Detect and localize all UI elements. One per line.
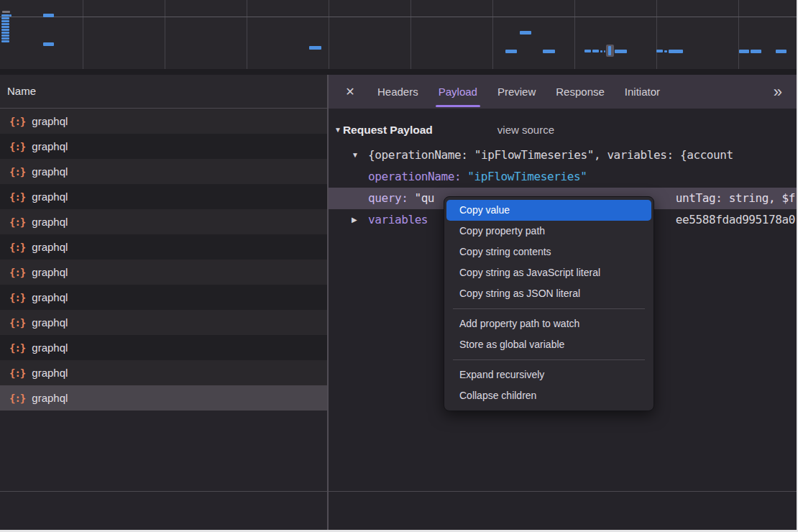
property-value-end: ee5588fdad995178a0 [676,209,795,231]
tabs: HeadersPayloadPreviewResponseInitiator [357,75,660,109]
section-collapse-icon[interactable]: ▼ [334,126,341,134]
request-name-label: graphql [32,140,68,152]
request-row[interactable]: {:}graphql [0,234,327,260]
json-request-icon: {:} [9,216,25,228]
waterfall-bar [9,14,12,17]
request-name-label: graphql [32,291,68,303]
expand-icon[interactable]: ▶ [352,209,357,231]
name-column-header[interactable]: Name [0,75,327,109]
waterfall-bar [520,31,531,35]
request-name-label: graphql [32,216,68,228]
menu-item-copy-string-contents[interactable]: Copy string contents [444,242,653,262]
request-row[interactable]: {:}graphql [0,109,327,134]
request-row[interactable]: {:}graphql [0,385,327,411]
waterfall-bar [43,14,54,17]
request-row[interactable]: {:}graphql [0,285,327,310]
tree-row-root[interactable]: ▼ {operationName: "ipFlowTimeseries", va… [329,145,798,166]
waterfall-bar [2,11,10,13]
overview-gridline [492,0,493,69]
waterfall-bar [1,35,9,37]
json-request-icon: {:} [9,191,25,203]
waterfall-bar [1,20,9,22]
menu-item-collapse-children[interactable]: Collapse children [444,385,653,406]
menu-item-copy-string-as-javascript-literal[interactable]: Copy string as JavaScript literal [444,262,653,283]
json-request-icon: {:} [9,116,25,127]
waterfall-bar [1,17,9,19]
request-row[interactable]: {:}graphql [0,360,327,385]
overview-gridline [411,0,411,69]
request-row[interactable]: {:}graphql [0,260,327,285]
menu-item-add-property-path-to-watch[interactable]: Add property path to watch [444,313,653,334]
property-key: variables [368,213,428,226]
request-list: {:}graphql{:}graphql{:}graphql{:}graphql… [0,109,327,411]
request-name-label: graphql [32,392,68,404]
waterfall-bar [776,50,786,53]
waterfall-bar [656,50,663,52]
overview-gridline [83,0,83,69]
collapse-icon[interactable]: ▼ [352,145,359,166]
request-name-label: graphql [32,367,68,379]
view-source-link[interactable]: view source [497,124,554,136]
menu-item-copy-value[interactable]: Copy value [446,200,651,221]
overview-gridline [738,0,739,69]
json-request-icon: {:} [9,292,25,303]
devtools-network-panel: Name {:}graphql{:}graphql{:}graphql{:}gr… [0,0,798,532]
json-request-icon: {:} [9,317,25,329]
tab-response[interactable]: Response [556,75,605,109]
request-row[interactable]: {:}graphql [0,209,327,234]
overview-row-divider [0,17,798,17]
tab-preview[interactable]: Preview [497,75,536,109]
overview-bottom-strip [0,69,798,75]
waterfall-bar [1,32,9,34]
waterfall-bar [1,23,9,25]
tab-headers[interactable]: Headers [377,75,418,109]
request-row[interactable]: {:}graphql [0,335,327,360]
waterfall-bar [739,50,749,53]
json-request-icon: {:} [9,342,25,354]
overview-gridline [165,0,165,69]
property-value-start: "qu [414,191,434,205]
tab-initiator[interactable]: Initiator [625,75,660,109]
menu-separator [453,308,645,309]
waterfall-bar [1,14,9,17]
waterfall-bar [669,50,683,53]
detail-footer-divider [329,491,798,492]
request-row[interactable]: {:}graphql [0,184,327,209]
menu-item-copy-string-as-json-literal[interactable]: Copy string as JSON literal [444,283,653,304]
menu-item-expand-recursively[interactable]: Expand recursively [444,364,653,385]
menu-item-copy-property-path[interactable]: Copy property path [444,221,653,242]
request-name-label: graphql [32,341,68,354]
overview-gridline [329,0,329,69]
request-row[interactable]: {:}graphql [0,159,327,184]
property-value-end: untTag: string, $f [676,188,795,209]
request-row[interactable]: {:}graphql [0,310,327,335]
request-list-panel: Name {:}graphql{:}graphql{:}graphql{:}gr… [0,75,327,532]
property-key: query: [368,191,408,205]
section-title: Request Payload [343,124,433,137]
request-name-label: graphql [32,266,68,278]
request-row[interactable]: {:}graphql [0,134,327,159]
json-request-icon: {:} [9,367,25,379]
property-key: operationName: [368,170,461,183]
waterfall-bar [664,50,667,52]
json-request-icon: {:} [9,141,25,152]
network-overview-waterfall[interactable] [0,0,798,75]
waterfall-bar [751,50,761,53]
request-name-label: graphql [32,241,68,253]
tab-payload[interactable]: Payload [439,75,477,109]
waterfall-bar [604,50,605,52]
json-request-icon: {:} [9,267,25,278]
request-name-label: graphql [32,115,68,127]
waterfall-bar [1,26,9,28]
object-preview: {operationName: "ipFlowTimeseries", vari… [368,148,733,162]
json-request-icon: {:} [9,393,25,404]
json-request-icon: {:} [9,242,25,253]
waterfall-bar [309,46,321,50]
waterfall-bar [584,50,591,52]
menu-item-store-as-global-variable[interactable]: Store as global variable [444,334,653,355]
more-tabs-icon[interactable]: » [774,83,782,101]
tree-row-operation-name[interactable]: operationName:"ipFlowTimeseries" [329,166,798,188]
waterfall-bar [592,50,599,52]
close-icon[interactable]: ✕ [343,85,357,98]
detail-tab-bar: ✕ HeadersPayloadPreviewResponseInitiator… [329,75,798,109]
